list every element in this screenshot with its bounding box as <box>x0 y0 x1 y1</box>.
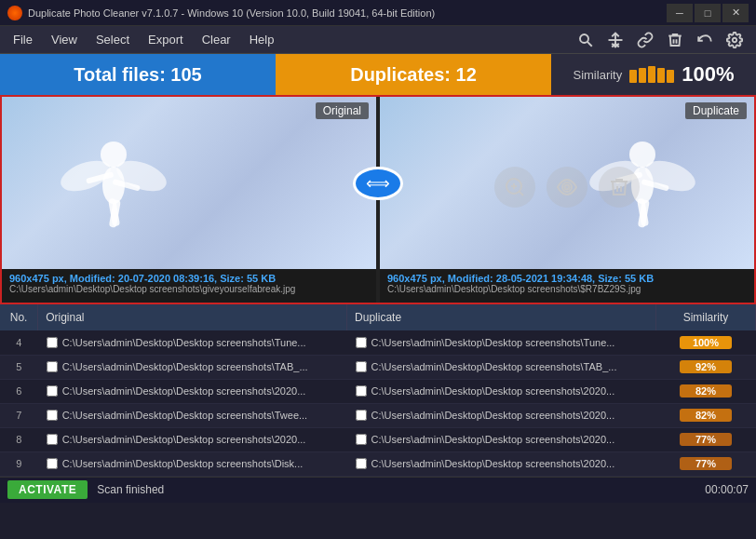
window-controls: ─ □ ✕ <box>667 4 749 22</box>
menu-help[interactable]: Help <box>240 29 284 50</box>
svg-point-0 <box>580 34 588 43</box>
table-row: 7C:\Users\admin\Desktop\Desktop screensh… <box>0 403 756 427</box>
title-bar: Duplicate Photo Cleaner v7.1.0.7 - Windo… <box>0 0 756 26</box>
similarity-badge: 82% <box>680 409 732 422</box>
delete-icon[interactable] <box>663 28 687 52</box>
trash-icon[interactable] <box>599 167 640 208</box>
cell-original: C:\Users\admin\Desktop\Desktop screensho… <box>38 379 347 403</box>
cell-no: 8 <box>0 427 38 451</box>
cell-original: C:\Users\admin\Desktop\Desktop screensho… <box>38 451 347 476</box>
app-icon <box>7 6 22 20</box>
similarity-badge: 92% <box>680 360 732 373</box>
cell-duplicate: C:\Users\admin\Desktop\Desktop screensho… <box>347 427 656 451</box>
similarity-badge: 77% <box>680 433 732 446</box>
preview-area: Original <box>0 95 756 304</box>
maximize-button[interactable]: □ <box>695 4 721 22</box>
cell-no: 7 <box>0 403 38 427</box>
activate-button[interactable]: ACTIVATE <box>7 480 88 499</box>
table-row: 9C:\Users\admin\Desktop\Desktop screensh… <box>0 451 756 476</box>
minimize-button[interactable]: ─ <box>667 4 693 22</box>
table-row: 4C:\Users\admin\Desktop\Desktop screensh… <box>0 330 756 355</box>
cell-original: C:\Users\admin\Desktop\Desktop screensho… <box>38 403 347 427</box>
original-checkbox[interactable] <box>47 361 58 372</box>
link-icon[interactable] <box>633 28 657 52</box>
sim-bar-1 <box>629 70 637 83</box>
cell-duplicate: C:\Users\admin\Desktop\Desktop screensho… <box>347 403 656 427</box>
svg-point-4 <box>733 37 737 42</box>
settings-icon[interactable] <box>722 28 747 52</box>
cell-no: 4 <box>0 330 38 355</box>
original-meta: 960x475 px, Modified: 20-07-2020 08:39:1… <box>2 269 376 303</box>
similarity-bars <box>629 66 674 83</box>
fairy-silhouette-left <box>58 115 169 246</box>
table-area: No. Original Duplicate Similarity 4C:\Us… <box>0 304 756 477</box>
svg-point-26 <box>565 185 570 190</box>
duplicates-count: Duplicates: 12 <box>276 54 551 95</box>
duplicate-checkbox[interactable] <box>356 385 367 397</box>
similarity-badge: 82% <box>680 384 732 398</box>
cell-duplicate: C:\Users\admin\Desktop\Desktop screensho… <box>347 451 656 476</box>
col-no: No. <box>0 304 38 330</box>
preview-divider: ⟺ <box>376 97 380 303</box>
original-badge: Original <box>316 102 369 119</box>
original-checkbox[interactable] <box>47 458 58 469</box>
similarity-badge: 77% <box>680 457 732 470</box>
original-checkbox[interactable] <box>47 434 58 445</box>
similarity-box: Similarity 100% <box>551 54 756 95</box>
duplicate-checkbox[interactable] <box>356 434 367 445</box>
original-checkbox[interactable] <box>47 385 58 397</box>
toolbar <box>574 28 752 52</box>
menu-select[interactable]: Select <box>87 29 139 50</box>
duplicate-checkbox[interactable] <box>356 337 367 348</box>
move-icon[interactable] <box>603 28 628 52</box>
original-image: Original <box>2 97 376 269</box>
table-body: 4C:\Users\admin\Desktop\Desktop screensh… <box>0 330 756 476</box>
duplicate-checkbox[interactable] <box>356 410 367 421</box>
svg-line-1 <box>587 41 592 46</box>
cell-similarity: 82% <box>655 403 755 427</box>
cell-similarity: 77% <box>655 451 755 476</box>
cell-no: 9 <box>0 451 38 476</box>
bottom-bar: ACTIVATE Scan finished 00:00:07 <box>0 477 756 503</box>
cell-duplicate: C:\Users\admin\Desktop\Desktop screensho… <box>347 355 656 379</box>
duplicates-table: No. Original Duplicate Similarity 4C:\Us… <box>0 304 756 477</box>
duplicate-checkbox[interactable] <box>356 458 367 469</box>
cell-original: C:\Users\admin\Desktop\Desktop screensho… <box>38 330 347 355</box>
search-icon[interactable] <box>574 28 598 52</box>
table-row: 6C:\Users\admin\Desktop\Desktop screensh… <box>0 379 756 403</box>
zoom-icon[interactable] <box>494 167 535 208</box>
menu-file[interactable]: File <box>4 29 42 50</box>
menu-bar: File View Select Export Clear Help <box>0 26 756 54</box>
stats-bar: Total files: 105 Duplicates: 12 Similari… <box>0 54 756 95</box>
similarity-label: Similarity <box>573 68 622 82</box>
similarity-percentage: 100% <box>682 62 734 87</box>
svg-line-22 <box>520 192 523 195</box>
close-button[interactable]: ✕ <box>722 4 749 22</box>
cell-original: C:\Users\admin\Desktop\Desktop screensho… <box>38 355 347 379</box>
cell-duplicate: C:\Users\admin\Desktop\Desktop screensho… <box>347 379 656 403</box>
original-checkbox[interactable] <box>47 337 58 348</box>
undo-icon[interactable] <box>693 28 717 52</box>
sim-bar-2 <box>639 68 646 83</box>
cell-similarity: 77% <box>655 427 755 451</box>
sim-bar-3 <box>648 66 655 83</box>
duplicate-pane: Duplicate <box>380 97 754 303</box>
table-row: 5C:\Users\admin\Desktop\Desktop screensh… <box>0 355 756 379</box>
col-similarity: Similarity <box>655 304 755 330</box>
original-path: C:\Users\admin\Desktop\Desktop screensho… <box>9 284 369 294</box>
menu-view[interactable]: View <box>42 29 87 50</box>
swap-icon[interactable]: ⟺ <box>353 167 403 200</box>
total-files: Total files: 105 <box>0 54 276 95</box>
original-checkbox[interactable] <box>47 410 58 421</box>
menu-clear[interactable]: Clear <box>193 29 240 50</box>
view-icon[interactable] <box>547 167 587 208</box>
menu-export[interactable]: Export <box>139 29 193 50</box>
cell-similarity: 82% <box>655 379 755 403</box>
table-row: 8C:\Users\admin\Desktop\Desktop screensh… <box>0 427 756 451</box>
original-pane: Original <box>2 97 376 303</box>
original-size: 960x475 px, Modified: 20-07-2020 08:39:1… <box>9 273 369 284</box>
overlay-icons <box>494 167 640 208</box>
window-title: Duplicate Photo Cleaner v7.1.0.7 - Windo… <box>28 7 661 19</box>
col-original: Original <box>38 304 347 330</box>
duplicate-checkbox[interactable] <box>356 361 367 372</box>
